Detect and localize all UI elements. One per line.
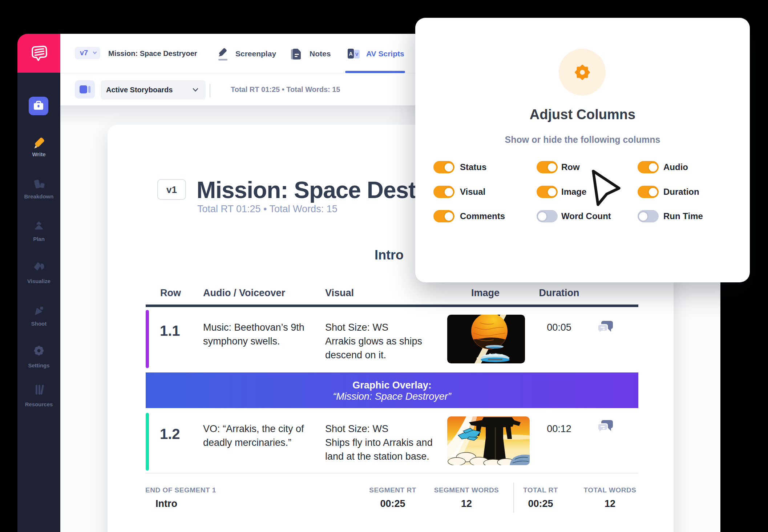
svg-text:V: V bbox=[355, 52, 359, 57]
svg-text:A: A bbox=[349, 51, 352, 57]
